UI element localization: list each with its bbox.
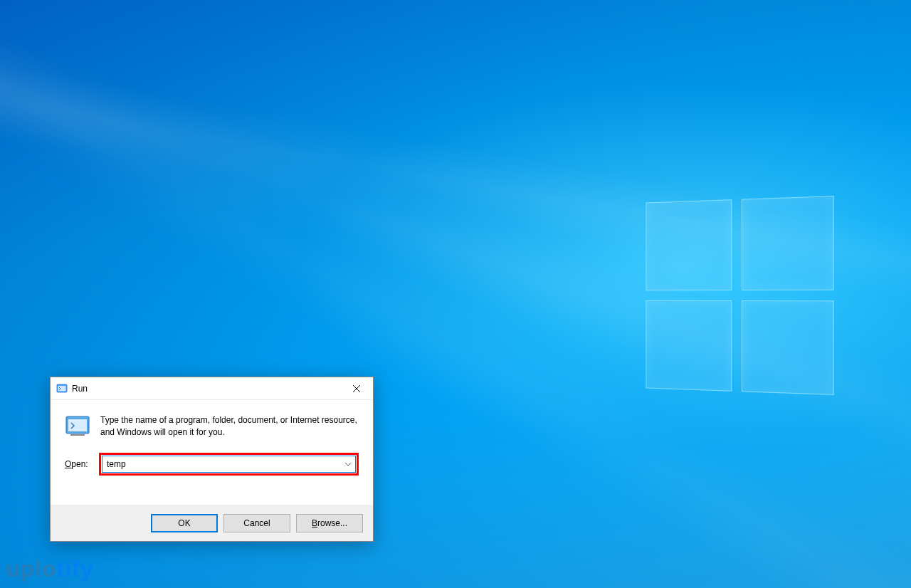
browse-button[interactable]: Browse...	[296, 514, 363, 532]
chevron-down-icon	[345, 463, 351, 466]
combobox-dropdown-button[interactable]	[341, 456, 355, 472]
svg-rect-3	[68, 419, 87, 431]
ok-button[interactable]: OK	[151, 514, 218, 532]
logo-pane	[742, 196, 834, 290]
run-prompt-icon	[56, 383, 68, 394]
windows-logo	[646, 196, 833, 395]
run-dialog: Run Type the name of a program, folder, …	[50, 377, 374, 542]
titlebar[interactable]: Run	[51, 377, 373, 400]
watermark: uplotify	[6, 556, 94, 582]
open-input[interactable]	[102, 457, 341, 471]
annotation-highlight	[99, 453, 359, 476]
dialog-body: Type the name of a program, folder, docu…	[51, 400, 373, 501]
watermark-prefix: uplo	[6, 556, 57, 582]
close-button[interactable]	[340, 377, 373, 400]
info-row: Type the name of a program, folder, docu…	[65, 413, 359, 439]
cancel-button[interactable]: Cancel	[223, 514, 290, 532]
dialog-title: Run	[72, 384, 340, 394]
input-row: Open:	[65, 453, 359, 476]
watermark-suffix: tify	[57, 556, 94, 582]
logo-pane	[646, 300, 732, 392]
logo-pane	[646, 199, 732, 290]
logo-pane	[742, 300, 834, 395]
svg-rect-4	[70, 434, 85, 436]
run-prompt-icon	[65, 413, 90, 439]
dialog-description: Type the name of a program, folder, docu…	[100, 413, 359, 439]
close-icon	[353, 385, 360, 392]
open-label: Open:	[65, 459, 99, 469]
button-row: OK Cancel Browse...	[51, 505, 373, 541]
open-combobox[interactable]	[102, 456, 356, 473]
svg-rect-1	[58, 386, 66, 392]
